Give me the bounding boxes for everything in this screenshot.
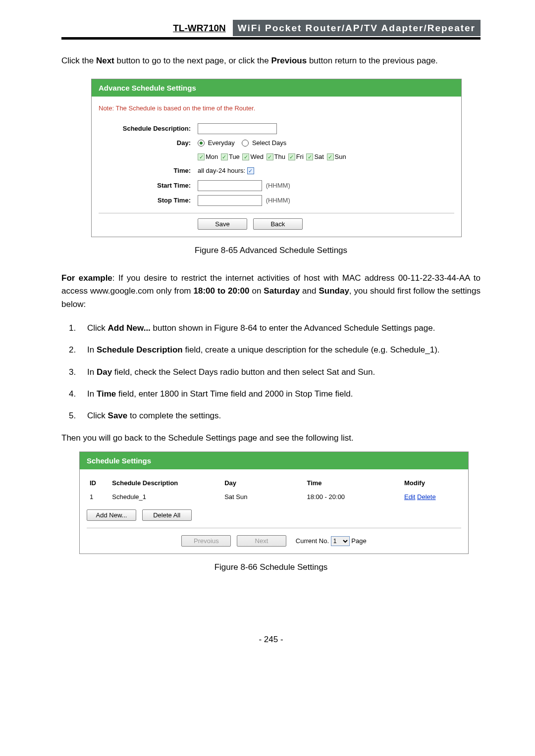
- separator: [99, 213, 454, 213]
- cell-time: 18:00 - 20:00: [304, 490, 401, 504]
- back-button[interactable]: Back: [253, 218, 303, 230]
- step-3: In Day field, check the Select Days radi…: [78, 366, 481, 379]
- table-row: 1 Schedule_1 Sat Sun 18:00 - 20:00 Edit …: [87, 490, 461, 504]
- chk-thu[interactable]: ✓: [267, 153, 273, 160]
- stop-time-hint: (HHMM): [266, 197, 290, 204]
- s3a: In: [87, 367, 97, 377]
- intro-pre: Click the: [61, 56, 96, 65]
- step-4: In Time field, enter 1800 in Start Time …: [78, 388, 481, 401]
- label-time: Time:: [99, 166, 198, 176]
- schedule-description-input[interactable]: [198, 123, 277, 134]
- add-new-button[interactable]: Add New...: [87, 509, 136, 521]
- example-time: 18:00 to 20:00: [194, 286, 250, 296]
- intro-text: Click the Next button to go to the next …: [61, 54, 481, 67]
- cell-desc: Schedule_1: [109, 490, 221, 504]
- example-sat: Saturday: [264, 286, 300, 296]
- chk-sun[interactable]: ✓: [327, 153, 334, 160]
- s4b: Time: [97, 389, 116, 399]
- chk-mon[interactable]: ✓: [198, 153, 205, 160]
- product-label: WiFi Pocket Router/AP/TV Adapter/Repeate…: [233, 20, 481, 36]
- next-button[interactable]: Next: [237, 535, 286, 547]
- label-day: Day:: [99, 138, 198, 148]
- label-tue: Tue: [229, 153, 240, 160]
- s2b: Schedule Description: [97, 345, 183, 354]
- s1a: Click: [87, 323, 108, 333]
- panel1-note: Note: The Schedule is based on the time …: [99, 103, 454, 113]
- delete-all-button[interactable]: Delete All: [142, 509, 192, 521]
- all-day-label: all day-24 hours:: [198, 167, 245, 174]
- previous-button[interactable]: Prevoius: [181, 535, 231, 547]
- example-p3: and: [300, 286, 319, 296]
- edit-link[interactable]: Edit: [404, 493, 415, 501]
- col-mod: Modify: [401, 476, 461, 490]
- pager-page-label: Page: [351, 537, 366, 545]
- separator2: [87, 528, 461, 528]
- radio-select-days-label: Select Days: [252, 139, 286, 147]
- cell-day: Sat Sun: [221, 490, 304, 504]
- steps-list: Click Add New... button shown in Figure …: [61, 322, 481, 423]
- s5b: Save: [108, 411, 128, 420]
- step-1: Click Add New... button shown in Figure …: [78, 322, 481, 335]
- pager-current-label: Current No.: [296, 537, 329, 545]
- s5c: to complete the settings.: [127, 411, 221, 420]
- radio-everyday-label: Everyday: [208, 139, 235, 147]
- start-time-hint: (HHMM): [266, 182, 290, 189]
- intro-mid: button to go to the next page, or click …: [114, 56, 271, 65]
- then-paragraph: Then you will go back to the Schedule Se…: [61, 432, 481, 445]
- s5a: Click: [87, 411, 108, 420]
- label-fri: Fri: [296, 153, 304, 160]
- label-wed: Wed: [250, 153, 264, 160]
- label-sun: Sun: [335, 153, 346, 160]
- intro-post: button return to the previous page.: [307, 56, 438, 65]
- advance-schedule-panel: Advance Schedule Settings Note: The Sche…: [91, 79, 462, 237]
- label-schedule-description: Schedule Description:: [99, 124, 198, 134]
- schedule-settings-panel: Schedule Settings ID Schedule Descriptio…: [79, 452, 469, 554]
- label-stop-time: Stop Time:: [99, 196, 198, 205]
- figure-caption-66: Figure 8-66 Schedule Settings: [61, 561, 481, 574]
- s3c: field, check the Select Days radio butto…: [112, 367, 375, 377]
- example-lead: For example: [61, 273, 112, 283]
- chk-all-day[interactable]: ✓: [247, 167, 254, 174]
- col-day: Day: [221, 476, 304, 490]
- doc-header: TL-WR710N WiFi Pocket Router/AP/TV Adapt…: [61, 20, 481, 40]
- figure-caption-65: Figure 8-65 Advanced Schedule Settings: [61, 244, 481, 257]
- s2a: In: [87, 345, 97, 354]
- intro-bold-previous: Previous: [271, 56, 307, 65]
- panel2-title: Schedule Settings: [80, 452, 468, 469]
- label-thu: Thu: [274, 153, 285, 160]
- intro-bold-next: Next: [96, 56, 114, 65]
- s4a: In: [87, 389, 97, 399]
- radio-everyday[interactable]: [198, 140, 205, 147]
- step-2: In Schedule Description field, create a …: [78, 344, 481, 356]
- delete-link[interactable]: Delete: [417, 493, 436, 501]
- start-time-input[interactable]: [198, 180, 262, 191]
- step-5: Click Save to complete the settings.: [78, 409, 481, 422]
- s3b: Day: [97, 367, 112, 377]
- model-label: TL-WR710N: [173, 21, 226, 35]
- chk-sat[interactable]: ✓: [306, 153, 313, 160]
- label-mon: Mon: [206, 153, 218, 160]
- example-p2: on: [249, 286, 264, 296]
- label-start-time: Start Time:: [99, 181, 198, 191]
- chk-fri[interactable]: ✓: [288, 153, 295, 160]
- example-paragraph: For example: If you desire to restrict t…: [61, 272, 481, 311]
- schedule-table: ID Schedule Description Day Time Modify …: [87, 476, 461, 504]
- s4c: field, enter 1800 in Start Time field an…: [116, 389, 353, 399]
- col-desc: Schedule Description: [109, 476, 221, 490]
- stop-time-input[interactable]: [198, 195, 262, 206]
- page-number: - 245 -: [61, 633, 481, 646]
- chk-wed[interactable]: ✓: [242, 153, 249, 160]
- example-sun: Sunday: [319, 286, 349, 296]
- page-select[interactable]: 1: [331, 536, 350, 546]
- s1c: button shown in Figure 8-64 to enter the…: [151, 323, 435, 333]
- radio-select-days[interactable]: [242, 140, 249, 147]
- col-time: Time: [304, 476, 401, 490]
- cell-id: 1: [87, 490, 109, 504]
- col-id: ID: [87, 476, 109, 490]
- s2c: field, create a unique description for t…: [183, 345, 440, 354]
- label-sat: Sat: [314, 153, 324, 160]
- panel1-title: Advance Schedule Settings: [92, 79, 461, 97]
- save-button[interactable]: Save: [198, 218, 247, 230]
- s1b: Add New...: [108, 323, 151, 333]
- chk-tue[interactable]: ✓: [221, 153, 228, 160]
